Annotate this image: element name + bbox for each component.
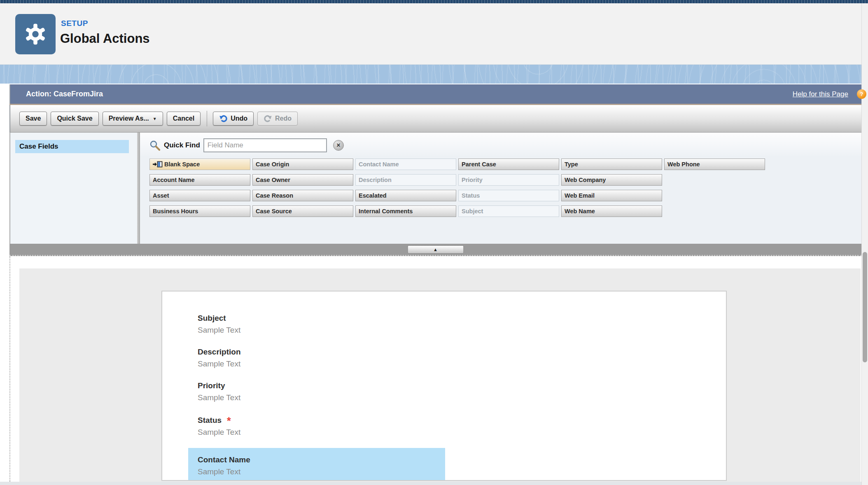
layout-field-row[interactable]: Status* Sample Text — [198, 413, 726, 438]
palette-field-label: Escalated — [359, 190, 387, 201]
palette-field-label: Web Email — [565, 190, 595, 201]
palette-field[interactable]: Type — [561, 159, 662, 170]
redo-button[interactable]: Redo — [257, 112, 298, 126]
browser-top-strip — [0, 0, 868, 3]
palette-field-label: Internal Comments — [359, 206, 413, 217]
palette-field[interactable]: Web Phone — [664, 159, 765, 170]
palette-field[interactable]: Case Reason — [252, 190, 353, 201]
layout-field-row[interactable]: Priority Sample Text — [198, 380, 726, 403]
undo-icon — [219, 114, 228, 123]
palette-field[interactable]: Account Name — [149, 174, 250, 186]
canvas-background: Subject Sample Text Description Sample T… — [19, 268, 861, 482]
palette-field-label: Case Reason — [256, 190, 293, 201]
palette-field-label: Type — [565, 159, 578, 170]
help-for-this-page-link[interactable]: Help for this Page — [793, 84, 848, 104]
layout-field-label: Status — [198, 416, 222, 424]
page-title: Global Actions — [60, 31, 150, 46]
collapse-arrow-icon: ▲ — [433, 247, 438, 252]
palette-section: Case Fields Quick Find × — [9, 133, 861, 244]
palette-field-label: Web Phone — [667, 159, 700, 170]
palette-field[interactable]: Internal Comments — [355, 205, 456, 217]
quick-find-input[interactable] — [203, 138, 327, 152]
search-icon — [149, 140, 161, 151]
undo-label: Undo — [231, 115, 247, 122]
palette-field-label: Priority — [462, 175, 483, 185]
palette-field-label: Account Name — [153, 175, 195, 185]
layout-editor-panel: Action: CaseFromJira Help for this Page … — [9, 84, 861, 482]
palette-field[interactable]: Escalated — [355, 190, 456, 201]
palette-field[interactable]: Contact Name — [355, 159, 456, 170]
setup-header: SETUP Global Actions — [0, 3, 868, 65]
palette-field[interactable]: Priority — [458, 174, 559, 186]
palette-field[interactable]: Status — [458, 190, 559, 201]
palette-field-label: Case Owner — [256, 175, 290, 185]
sidebar-divider — [137, 133, 140, 244]
palette-field[interactable]: Web Email — [561, 190, 662, 201]
palette-field[interactable]: Business Hours — [149, 205, 250, 217]
global-actions-setup-page: SETUP Global Actions Action: CaseFromJir… — [0, 0, 868, 485]
palette-field-label: Asset — [153, 190, 169, 201]
redo-label: Redo — [275, 115, 292, 122]
palette-field-label: Web Name — [565, 206, 595, 217]
palette-field[interactable]: Description — [355, 174, 456, 186]
palette-field-label: Subject — [462, 206, 483, 217]
quick-save-button[interactable]: Quick Save — [51, 112, 98, 126]
gear-icon — [23, 22, 48, 47]
layout-field-label: Description — [198, 347, 241, 356]
help-icon[interactable]: ? — [857, 89, 866, 99]
palette-field[interactable]: Asset — [149, 190, 250, 201]
decorative-banner — [0, 65, 868, 84]
bottom-edge-strip — [0, 482, 868, 485]
layout-field-row[interactable]: Contact Name Sample Text — [188, 448, 445, 481]
layout-field-row[interactable]: Description Sample Text — [198, 346, 726, 370]
setup-gear-tile — [15, 14, 56, 54]
palette-field[interactable]: Web Name — [561, 205, 662, 217]
layout-field-label: Priority — [198, 381, 225, 390]
preview-as-button[interactable]: Preview As... ▼ — [103, 112, 163, 126]
palette-field-label: Web Company — [565, 175, 606, 185]
clear-search-icon[interactable]: × — [333, 140, 344, 151]
palette-field[interactable]: Case Origin — [252, 159, 353, 170]
layout-preview-panel: Subject Sample Text Description Sample T… — [161, 291, 727, 481]
quick-find-bar: Quick Find × — [140, 133, 861, 152]
editor-title: Action: CaseFromJira — [26, 84, 103, 104]
layout-field-row[interactable]: Subject Sample Text — [198, 312, 726, 336]
palette-field[interactable]: Case Source — [252, 205, 353, 217]
palette-field[interactable]: Parent Case — [458, 159, 559, 170]
collapse-handle[interactable]: ▲ — [407, 245, 464, 254]
layout-field-sample: Sample Text — [198, 358, 726, 370]
palette-field-label: Status — [462, 190, 480, 201]
palette-field[interactable]: Subject — [458, 205, 559, 217]
palette-field[interactable]: Case Owner — [252, 174, 353, 186]
dropdown-caret-icon: ▼ — [153, 117, 157, 121]
palette-field-label: Blank Space — [164, 159, 200, 170]
palette-field[interactable]: Blank Space — [149, 159, 250, 170]
preview-as-label: Preview As... — [109, 115, 149, 122]
layout-canvas: Subject Sample Text Description Sample T… — [9, 256, 861, 482]
editor-toolbar: Save Quick Save Preview As... ▼ Cancel U… — [9, 105, 861, 133]
editor-title-bar: Action: CaseFromJira Help for this Page … — [9, 84, 861, 104]
cancel-button[interactable]: Cancel — [167, 112, 201, 126]
undo-button[interactable]: Undo — [213, 112, 254, 126]
required-asterisk: * — [227, 415, 231, 427]
setup-breadcrumb: SETUP — [61, 19, 88, 28]
blank-space-icon — [153, 161, 163, 168]
field-palette: Quick Find × Blank Space Account Name As… — [140, 133, 861, 244]
save-button[interactable]: Save — [19, 112, 47, 126]
palette-field-label: Case Origin — [256, 159, 289, 170]
quick-find-label: Quick Find — [164, 141, 200, 149]
layout-field-sample: Sample Text — [198, 324, 726, 336]
sidebar-item-case-fields[interactable]: Case Fields — [15, 140, 129, 153]
toolbar-separator — [207, 111, 207, 126]
layout-field-sample: Sample Text — [198, 392, 726, 403]
palette-field-label: Description — [359, 175, 392, 185]
scrollbar-thumb[interactable] — [863, 252, 867, 362]
page-scrollbar[interactable] — [861, 3, 868, 485]
panel-splitter[interactable]: ▲ — [9, 244, 861, 256]
palette-field-label: Parent Case — [462, 159, 496, 170]
palette-field[interactable]: Web Company — [561, 174, 662, 186]
layout-field-label: Contact Name — [198, 455, 250, 464]
palette-field-label: Business Hours — [153, 206, 198, 217]
layout-field-label: Subject — [198, 314, 226, 322]
field-palette-grid: Blank Space Account Name Asset Business … — [149, 159, 765, 217]
